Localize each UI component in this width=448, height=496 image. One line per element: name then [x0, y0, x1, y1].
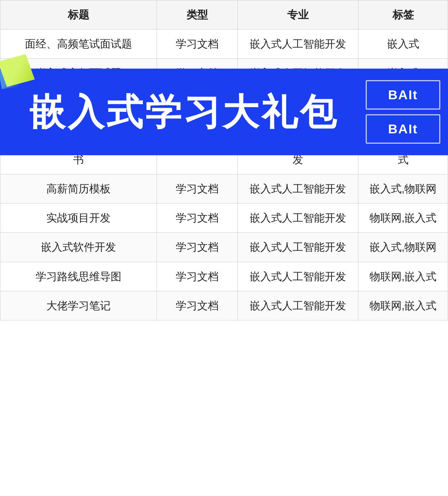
cell-major: 嵌入式人工智能开发	[237, 88, 358, 117]
cell-major: 嵌入式人工智能开发	[237, 291, 358, 320]
cell-title: 学习路线思维导图	[0, 262, 157, 291]
table-row: 大佬学习笔记学习文档嵌入式人工智能开发物联网,嵌入式	[0, 291, 448, 320]
cell-tag: 嵌入式	[358, 59, 448, 88]
cell-title: 高薪简历模板	[0, 174, 157, 203]
cell-major: 嵌入式人工智能开发	[237, 174, 358, 203]
col-header-major: 专业	[237, 0, 358, 30]
cell-tag: 物联网,嵌入式	[358, 204, 448, 233]
cell-title: C++ 全套面试题	[0, 88, 157, 117]
cell-tag: C语言	[358, 88, 448, 117]
cell-type: 学习文档	[157, 204, 237, 233]
cell-title: 大佬学习笔记	[0, 291, 157, 320]
cell-type: 学习文档	[157, 233, 237, 262]
cell-tag: 物联网,嵌入式	[358, 262, 448, 291]
col-header-type: 类型	[157, 0, 237, 30]
partial-row: 书发式	[0, 117, 448, 174]
cell-tag: 嵌入式,物联网	[358, 233, 448, 262]
table-row: C++ 全套面试题学习文档嵌入式人工智能开发C语言	[0, 88, 448, 117]
resource-table: 标题 类型 专业 标签 面经、高频笔试面试题学习文档嵌入式人工智能开发嵌入式嵌入…	[0, 0, 448, 320]
cell-major: 嵌入式人工智能开发	[237, 30, 358, 59]
cell-type: 学习文档	[157, 291, 237, 320]
cell-title: 面经、高频笔试面试题	[0, 30, 157, 59]
cell-tag: 嵌入式,物联网	[358, 174, 448, 203]
cell-title: 嵌入式高频面试题	[0, 59, 157, 88]
col-header-tag: 标签	[358, 0, 448, 30]
cell-major: 嵌入式人工智能开发	[237, 233, 358, 262]
cell-tag: 嵌入式	[358, 30, 448, 59]
cell-title: 嵌入式软件开发	[0, 233, 157, 262]
col-header-title: 标题	[0, 0, 157, 30]
cell-type: 学习文档	[157, 262, 237, 291]
cell-title: 实战项目开发	[0, 204, 157, 233]
table-row: 学习路线思维导图学习文档嵌入式人工智能开发物联网,嵌入式	[0, 262, 448, 291]
cell-tag: 物联网,嵌入式	[358, 291, 448, 320]
table-header-row: 标题 类型 专业 标签	[0, 0, 448, 30]
table-row: 嵌入式高频面试题学习文档嵌入式人工智能开发嵌入式	[0, 59, 448, 88]
cell-type: 学习文档	[157, 30, 237, 59]
table-row: 嵌入式软件开发学习文档嵌入式人工智能开发嵌入式,物联网	[0, 233, 448, 262]
cell-type: 学习文档	[157, 59, 237, 88]
cell-major: 嵌入式人工智能开发	[237, 204, 358, 233]
table-row: 高薪简历模板学习文档嵌入式人工智能开发嵌入式,物联网	[0, 174, 448, 203]
main-container: 标题 类型 专业 标签 面经、高频笔试面试题学习文档嵌入式人工智能开发嵌入式嵌入…	[0, 0, 448, 320]
cell-major: 嵌入式人工智能开发	[237, 59, 358, 88]
table-row: 实战项目开发学习文档嵌入式人工智能开发物联网,嵌入式	[0, 204, 448, 233]
table-row: 面经、高频笔试面试题学习文档嵌入式人工智能开发嵌入式	[0, 30, 448, 59]
cell-type: 学习文档	[157, 174, 237, 203]
cell-major: 嵌入式人工智能开发	[237, 262, 358, 291]
cell-type: 学习文档	[157, 88, 237, 117]
